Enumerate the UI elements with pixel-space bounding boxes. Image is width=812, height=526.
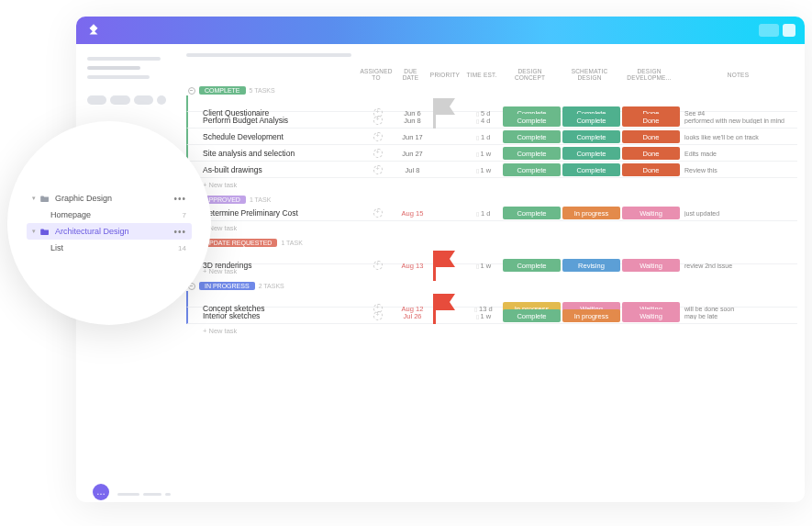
design-development-pill[interactable]: Waiting bbox=[622, 309, 680, 322]
priority-cell[interactable] bbox=[428, 291, 465, 326]
more-icon[interactable]: ••• bbox=[173, 194, 186, 204]
time-est-cell[interactable]: 4 d bbox=[465, 117, 502, 125]
due-date-cell[interactable]: Jun 8 bbox=[396, 117, 428, 125]
task-name[interactable]: As-built drawings bbox=[199, 165, 360, 174]
assignee-cell[interactable] bbox=[360, 132, 396, 141]
time-est-cell[interactable]: 1 w bbox=[465, 312, 502, 320]
schematic-design-pill[interactable]: Complete bbox=[562, 114, 620, 127]
due-date-cell[interactable]: Jul 8 bbox=[396, 166, 428, 174]
col-due-date[interactable]: DUE DATE bbox=[395, 66, 427, 84]
notes-cell[interactable]: review 2nd issue bbox=[681, 263, 797, 269]
design-development-pill[interactable]: Done bbox=[622, 130, 680, 143]
more-icon[interactable]: ••• bbox=[173, 227, 186, 237]
schematic-design-pill[interactable]: Complete bbox=[562, 130, 620, 143]
notes-cell[interactable]: See #4 bbox=[681, 110, 797, 117]
time-est-cell[interactable]: 1 d bbox=[465, 133, 502, 141]
schematic-design-pill[interactable]: Complete bbox=[562, 147, 620, 160]
due-date-cell[interactable]: Jul 26 bbox=[396, 312, 428, 320]
group-header[interactable]: UPDATE REQUESTED 1 TASK bbox=[186, 239, 797, 247]
assignee-cell[interactable] bbox=[360, 261, 396, 270]
table-row[interactable]: As-built drawings Jul 8 1 w Complete Com… bbox=[186, 162, 797, 178]
task-name[interactable]: Determine Preliminary Cost bbox=[199, 208, 360, 218]
col-priority[interactable]: PRIORITY bbox=[427, 70, 463, 82]
priority-flag-icon[interactable] bbox=[430, 122, 463, 130]
table-row[interactable]: 3D renderings Aug 13 1 w Complete Revisi… bbox=[186, 248, 797, 264]
new-task-button[interactable]: + New task bbox=[186, 178, 797, 192]
group-header[interactable]: COMPLETE 5 TASKS bbox=[186, 86, 797, 95]
due-date-cell[interactable]: Aug 13 bbox=[396, 262, 428, 270]
assignee-cell[interactable] bbox=[360, 208, 396, 218]
schematic-design-pill[interactable]: Revising bbox=[562, 259, 620, 272]
task-name[interactable]: Interior sketches bbox=[199, 311, 360, 320]
status-badge[interactable]: COMPLETE bbox=[199, 86, 246, 95]
due-date-cell[interactable]: Aug 15 bbox=[396, 209, 428, 218]
time-est-cell[interactable]: 1 w bbox=[465, 262, 502, 270]
new-task-button[interactable]: + New task bbox=[186, 324, 797, 338]
status-badge[interactable]: UPDATE REQUESTED bbox=[199, 239, 277, 247]
design-concept-pill[interactable]: Complete bbox=[503, 130, 561, 143]
sidebar-item-list[interactable]: List 14 bbox=[27, 240, 192, 256]
task-name[interactable]: Site analysis and selection bbox=[199, 149, 360, 158]
window-control-2[interactable] bbox=[783, 24, 795, 37]
sidebar-item-graphic-design[interactable]: ▾ Graphic Design ••• bbox=[27, 190, 192, 207]
design-concept-pill[interactable]: Complete bbox=[503, 207, 561, 219]
table-row[interactable]: Site analysis and selection Jun 27 1 w C… bbox=[186, 145, 797, 162]
status-badge[interactable]: IN PROGRESS bbox=[199, 282, 255, 290]
time-est-cell[interactable]: 1 w bbox=[465, 150, 502, 158]
col-design-concept[interactable]: DESIGN CONCEPT bbox=[500, 66, 560, 84]
assign-icon[interactable] bbox=[373, 149, 383, 158]
chat-button[interactable]: … bbox=[93, 484, 109, 500]
design-concept-pill[interactable]: Complete bbox=[503, 114, 561, 127]
col-assigned-to[interactable]: ASSIGNED TO bbox=[358, 66, 395, 84]
task-name[interactable]: Perform Budget Analysis bbox=[199, 116, 360, 125]
time-est-cell[interactable]: 1 w bbox=[465, 166, 502, 174]
design-concept-pill[interactable]: Complete bbox=[503, 163, 561, 176]
sidebar-item-architectural-design[interactable]: ▾ Architectural Design ••• bbox=[27, 223, 192, 240]
priority-flag-icon[interactable] bbox=[430, 318, 463, 326]
col-design-development[interactable]: DESIGN DEVELOPME... bbox=[619, 66, 679, 84]
assignee-cell[interactable] bbox=[360, 311, 396, 320]
caret-icon[interactable]: ▾ bbox=[32, 195, 38, 202]
notes-cell[interactable]: Review this bbox=[681, 167, 797, 173]
assignee-cell[interactable] bbox=[360, 116, 396, 125]
assign-icon[interactable] bbox=[373, 311, 383, 320]
design-development-pill[interactable]: Done bbox=[622, 163, 680, 176]
col-schematic-design[interactable]: SCHEMATIC DESIGN bbox=[560, 66, 619, 84]
notes-cell[interactable]: will be done soon bbox=[681, 306, 797, 312]
col-notes[interactable]: NOTES bbox=[679, 70, 797, 82]
col-time-est[interactable]: TIME EST. bbox=[463, 70, 500, 82]
assign-icon[interactable] bbox=[373, 165, 383, 174]
priority-flag-icon[interactable] bbox=[430, 274, 463, 283]
assign-icon[interactable] bbox=[373, 116, 383, 125]
table-row[interactable]: Client Questionaire Jun 6 5 d Complete C… bbox=[186, 95, 797, 112]
notes-cell[interactable]: just updated bbox=[681, 210, 797, 217]
table-row[interactable]: Schedule Development Jun 17 1 d Complete… bbox=[186, 129, 797, 145]
design-development-pill[interactable]: Done bbox=[622, 147, 680, 160]
schematic-design-pill[interactable]: Complete bbox=[562, 163, 620, 176]
due-date-cell[interactable]: Jun 17 bbox=[396, 133, 428, 141]
table-row[interactable]: Determine Preliminary Cost Aug 15 1 d Co… bbox=[186, 205, 797, 221]
schematic-design-pill[interactable]: In progress bbox=[562, 207, 620, 219]
notes-cell[interactable]: Edits made bbox=[681, 151, 797, 157]
design-concept-pill[interactable]: Complete bbox=[503, 259, 561, 272]
assign-icon[interactable] bbox=[373, 261, 383, 270]
priority-cell[interactable] bbox=[428, 95, 465, 130]
design-development-pill[interactable]: Waiting bbox=[622, 207, 680, 219]
design-development-pill[interactable]: Done bbox=[622, 114, 680, 127]
group-header[interactable]: APPROVED 1 TASK bbox=[186, 196, 797, 204]
notes-cell[interactable]: may be late bbox=[681, 313, 797, 319]
design-concept-pill[interactable]: Complete bbox=[503, 309, 561, 322]
new-task-button[interactable]: + New task bbox=[186, 221, 797, 235]
collapse-icon[interactable] bbox=[188, 87, 195, 95]
assign-icon[interactable] bbox=[373, 208, 383, 218]
sidebar-item-homepage[interactable]: Homepage 7 bbox=[27, 207, 192, 223]
priority-cell[interactable] bbox=[428, 248, 465, 283]
window-control-1[interactable] bbox=[759, 24, 779, 37]
group-header[interactable]: IN PROGRESS 2 TASKS bbox=[186, 282, 797, 290]
design-concept-pill[interactable]: Complete bbox=[503, 147, 561, 160]
due-date-cell[interactable]: Jun 27 bbox=[396, 150, 428, 158]
assignee-cell[interactable] bbox=[360, 165, 396, 174]
time-est-cell[interactable]: 1 d bbox=[465, 209, 502, 218]
table-row[interactable]: Concept sketches Aug 12 13 d In progress… bbox=[186, 291, 797, 308]
assignee-cell[interactable] bbox=[360, 149, 396, 158]
